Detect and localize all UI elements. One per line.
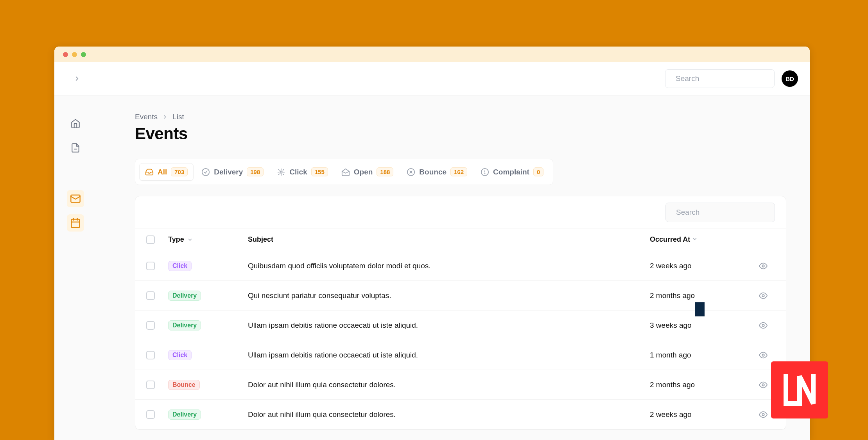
breadcrumb-root[interactable]: Events (135, 113, 158, 121)
sidebar-item-documents[interactable] (67, 139, 84, 156)
tab-count-badge: 0 (533, 167, 543, 176)
eye-icon[interactable] (759, 410, 768, 419)
row-checkbox[interactable] (146, 381, 155, 389)
eye-icon[interactable] (759, 262, 768, 270)
row-subject: Dolor aut nihil illum quia consectetur d… (248, 410, 650, 419)
window-titlebar (54, 47, 810, 62)
row-date: 2 weeks ago (650, 262, 751, 270)
table-search-input[interactable] (676, 208, 769, 217)
row-date: 3 weeks ago (650, 321, 751, 330)
home-icon (70, 119, 81, 129)
svg-point-26 (762, 265, 764, 267)
tab-label: Delivery (214, 168, 243, 176)
close-window-button[interactable] (63, 52, 68, 57)
global-search-input[interactable] (676, 74, 768, 83)
tab-count-badge: 155 (311, 167, 328, 176)
svg-line-16 (279, 174, 280, 174)
calendar-icon (70, 217, 81, 228)
chevron-right-icon (74, 75, 81, 82)
eye-icon[interactable] (759, 291, 768, 300)
minimize-window-button[interactable] (72, 52, 77, 57)
mail-open-icon (341, 168, 350, 176)
events-table-card: Type Subject Occurred At Click Quibusdam… (135, 196, 786, 430)
chevron-right-icon (162, 114, 168, 120)
row-checkbox[interactable] (146, 321, 155, 330)
type-pill: Delivery (168, 409, 201, 420)
row-subject: Quibusdam quod officiis voluptatem dolor… (248, 262, 650, 270)
sparkle-icon (277, 168, 285, 176)
ln-logo-icon (780, 370, 819, 409)
table-row[interactable]: Bounce Dolor aut nihil illum quia consec… (135, 370, 786, 400)
sidebar-toggle-button[interactable] (72, 73, 82, 84)
row-checkbox[interactable] (146, 262, 155, 270)
sidebar-item-calendar[interactable] (67, 214, 84, 232)
tab-bounce[interactable]: Bounce 162 (401, 163, 473, 181)
table-row[interactable]: Delivery Qui nesciunt pariatur consequat… (135, 281, 786, 311)
column-header-subject[interactable]: Subject (248, 235, 650, 244)
svg-point-28 (762, 324, 764, 327)
tab-complaint[interactable]: Complaint 0 (475, 163, 549, 181)
avatar[interactable]: BD (782, 70, 798, 87)
row-subject: Ullam ipsam debitis ratione occaecati ut… (248, 321, 650, 330)
eye-icon[interactable] (759, 351, 768, 359)
svg-rect-4 (72, 219, 80, 228)
svg-point-30 (762, 384, 764, 386)
tab-count-badge: 198 (247, 167, 264, 176)
svg-point-29 (762, 354, 764, 356)
tab-click[interactable]: Click 155 (271, 163, 333, 181)
table-row[interactable]: Click Ullam ipsam debitis ratione occaec… (135, 340, 786, 370)
tab-open[interactable]: Open 188 (336, 163, 399, 181)
row-date: 2 weeks ago (650, 410, 751, 419)
maximize-window-button[interactable] (81, 52, 86, 57)
row-checkbox[interactable] (146, 410, 155, 419)
tab-label: All (158, 168, 167, 176)
tab-count-badge: 703 (171, 167, 188, 176)
row-subject: Qui nesciunt pariatur consequatur volupt… (248, 291, 650, 300)
table-search[interactable] (665, 203, 775, 222)
app-window: BD Events List Events (54, 47, 810, 440)
topbar: BD (54, 62, 810, 95)
events-table: Type Subject Occurred At Click Quibusdam… (135, 228, 786, 429)
tab-delivery[interactable]: Delivery 198 (196, 163, 269, 181)
main-content: Events List Events All 703 Delivery 198 (97, 95, 810, 440)
svg-line-12 (279, 169, 280, 170)
table-row[interactable]: Delivery Dolor aut nihil illum quia cons… (135, 400, 786, 429)
sidebar (54, 95, 97, 440)
filter-tabs: All 703 Delivery 198 Click 155 Open 188 (135, 159, 553, 185)
row-checkbox[interactable] (146, 291, 155, 300)
breadcrumb-leaf: List (172, 113, 184, 121)
mail-icon (70, 193, 81, 204)
alert-circle-icon (481, 168, 489, 176)
svg-point-31 (762, 413, 764, 416)
svg-point-23 (485, 173, 485, 174)
svg-line-13 (283, 174, 284, 174)
check-circle-icon (201, 168, 210, 176)
inbox-icon (145, 168, 154, 176)
table-toolbar (135, 196, 786, 228)
select-all-checkbox[interactable] (146, 235, 155, 244)
type-pill: Click (168, 261, 192, 271)
svg-point-27 (762, 295, 764, 297)
column-header-type[interactable]: Type (168, 235, 184, 244)
tab-count-badge: 162 (450, 167, 467, 176)
text-cursor (695, 302, 705, 316)
eye-icon[interactable] (759, 321, 768, 330)
table-row[interactable]: Delivery Ullam ipsam debitis ratione occ… (135, 311, 786, 340)
tab-label: Click (289, 168, 307, 176)
row-date: 2 months ago (650, 381, 751, 389)
global-search[interactable] (665, 69, 775, 88)
sidebar-item-home[interactable] (67, 115, 84, 132)
chevron-down-icon (187, 237, 193, 242)
column-header-occurred-at[interactable]: Occurred At (650, 235, 690, 243)
sidebar-item-mail[interactable] (67, 190, 84, 207)
eye-icon[interactable] (759, 381, 768, 389)
row-checkbox[interactable] (146, 351, 155, 359)
tab-all[interactable]: All 703 (139, 163, 194, 181)
type-pill: Click (168, 350, 192, 360)
type-pill: Bounce (168, 380, 200, 390)
row-date: 1 month ago (650, 351, 751, 359)
table-header-row: Type Subject Occurred At (135, 228, 786, 251)
type-pill: Delivery (168, 320, 201, 330)
table-row[interactable]: Click Quibusdam quod officiis voluptatem… (135, 251, 786, 281)
tab-label: Open (354, 168, 373, 176)
